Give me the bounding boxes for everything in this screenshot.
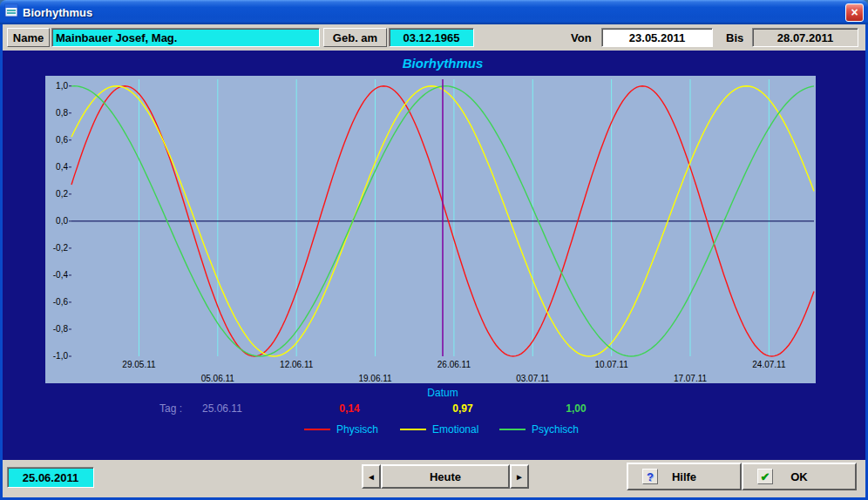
svg-text:19.06.11: 19.06.11	[358, 374, 392, 383]
legend-item-emotional: Emotional	[400, 423, 478, 436]
birthdate-field[interactable]	[389, 28, 474, 47]
svg-text:0,8: 0,8	[56, 108, 68, 118]
series-value-2: 1,00	[550, 402, 602, 415]
prev-arrow-icon: ◄	[367, 472, 376, 482]
x-axis-title: Datum	[71, 387, 814, 399]
name-field[interactable]	[51, 28, 320, 47]
close-button[interactable]: ×	[845, 3, 864, 22]
close-icon: ×	[851, 5, 858, 19]
svg-text:0,2: 0,2	[56, 189, 68, 199]
legend-item-physisch: Physisch	[304, 423, 378, 436]
svg-text:0,4: 0,4	[56, 162, 68, 172]
svg-text:0,0: 0,0	[56, 216, 68, 226]
svg-text:10.07.11: 10.07.11	[595, 360, 629, 369]
series-value-1: 0,97	[437, 402, 489, 415]
svg-text:17.07.11: 17.07.11	[674, 374, 708, 383]
to-date-field[interactable]	[752, 28, 858, 47]
legend-label-2: Psychisch	[532, 423, 579, 436]
ok-button[interactable]: ✔ OK	[742, 463, 857, 490]
svg-text:24.07.11: 24.07.11	[752, 360, 786, 369]
chart-area: Biorhythmus 29.05.1105.06.1112.06.1119.0…	[3, 51, 865, 460]
svg-text:-0,6: -0,6	[53, 297, 69, 307]
svg-text:-0,4: -0,4	[53, 270, 69, 280]
svg-text:03.07.11: 03.07.11	[516, 374, 550, 383]
legend-label-1: Emotional	[432, 423, 478, 436]
day-label: Tag :	[159, 402, 182, 415]
app-icon	[4, 3, 18, 21]
help-button[interactable]: ? Hilfe	[627, 463, 742, 490]
birthdate-label: Geb. am	[323, 28, 387, 47]
selected-date-field[interactable]	[7, 467, 94, 488]
svg-text:-0,8: -0,8	[53, 324, 69, 334]
prev-day-button[interactable]: ◄	[362, 464, 381, 489]
from-date-field[interactable]	[601, 28, 713, 47]
svg-text:-0,2: -0,2	[53, 243, 69, 253]
legend-swatch-0	[304, 429, 330, 430]
window-title: Biorhythmus	[23, 6, 841, 19]
day-value: 25.06.11	[202, 402, 242, 415]
svg-text:05.06.11: 05.06.11	[201, 374, 235, 383]
biorhythm-chart: 29.05.1105.06.1112.06.1119.06.1126.06.11…	[45, 76, 816, 383]
help-icon: ?	[642, 469, 658, 484]
name-label: Name	[7, 28, 50, 47]
legend-label-0: Physisch	[336, 423, 378, 436]
chart-title: Biorhythmus	[71, 56, 814, 71]
titlebar[interactable]: Biorhythmus ×	[0, 0, 868, 24]
legend-swatch-2	[499, 429, 526, 430]
series-value-0: 0,14	[323, 402, 376, 415]
ok-check-icon: ✔	[757, 469, 773, 484]
today-button[interactable]: Heute	[381, 464, 510, 489]
from-label: Von	[571, 31, 592, 44]
window-frame: Name Geb. am Von Bis Biorhythmus 29.05.1…	[0, 24, 868, 500]
svg-text:0,6: 0,6	[56, 135, 68, 145]
to-label: Bis	[726, 31, 743, 44]
next-day-button[interactable]: ►	[510, 464, 529, 489]
bottom-bar: ◄ Heute ► ? Hilfe ✔ OK	[3, 460, 865, 497]
svg-text:29.05.11: 29.05.11	[122, 360, 156, 369]
next-arrow-icon: ►	[515, 472, 524, 482]
svg-text:12.06.11: 12.06.11	[280, 360, 314, 369]
help-button-label: Hilfe	[672, 470, 696, 483]
svg-text:26.06.11: 26.06.11	[437, 360, 471, 369]
svg-text:1,0: 1,0	[56, 81, 68, 91]
form-bar: Name Geb. am Von Bis	[3, 24, 865, 51]
app-window: Biorhythmus × Name Geb. am Von Bis Biorh…	[0, 0, 868, 500]
legend-swatch-1	[400, 429, 426, 430]
legend-item-psychisch: Psychisch	[499, 423, 579, 436]
svg-text:-1,0: -1,0	[53, 351, 69, 361]
ok-button-label: OK	[790, 470, 808, 483]
